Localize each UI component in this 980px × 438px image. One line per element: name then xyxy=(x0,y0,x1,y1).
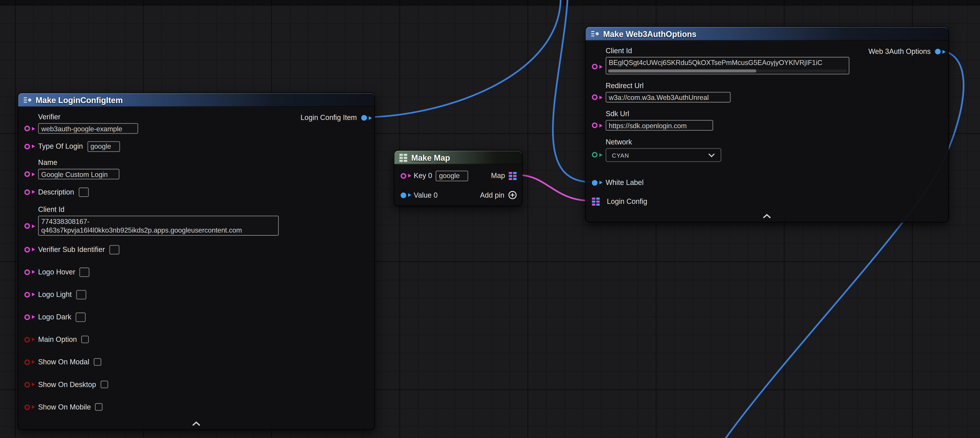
pin-row-main-option: Main Option xyxy=(24,333,367,346)
node-make-web3authoptions[interactable]: Make Web3AuthOptions Web 3Auth Options C… xyxy=(585,26,949,223)
pin-label: Name xyxy=(38,159,119,167)
show-on-desktop-checkbox[interactable] xyxy=(100,381,108,388)
client-id-input[interactable]: BEglQSgt4cUWcj6SKRdu5QkOXTsePmMcusG5EAoy… xyxy=(606,57,850,75)
pin-label: Client Id xyxy=(606,47,850,55)
logo-dark-input[interactable] xyxy=(76,312,86,322)
pin-label: Login Config xyxy=(607,197,647,205)
pin-label: Redirect Url xyxy=(606,82,731,90)
pin-row-white-label: White Label xyxy=(592,176,940,189)
graph-top-edge xyxy=(0,0,980,5)
collapse-chevron-icon[interactable] xyxy=(763,214,771,218)
chevron-down-icon xyxy=(708,153,715,157)
name-input[interactable] xyxy=(38,169,119,179)
pin-group-network: Network CYAN xyxy=(592,138,940,162)
pin-row-logo-hover: Logo Hover xyxy=(24,266,367,278)
pin-label: Network xyxy=(606,138,721,147)
blueprint-graph-canvas[interactable]: Make LoginConfigItem Login Config Item V… xyxy=(0,0,980,438)
string-pin[interactable] xyxy=(401,173,406,178)
pin-row-logo-dark: Logo Dark xyxy=(24,311,367,323)
add-pin-button[interactable]: Add pin xyxy=(480,191,517,199)
pin-row-verifier-sub-identifier: Verifier Sub Identifier xyxy=(24,243,367,256)
node-header[interactable]: Make LoginConfigItem xyxy=(18,93,374,107)
pin-label: Type Of Login xyxy=(38,142,83,150)
node-title: Make LoginConfigItem xyxy=(36,95,123,105)
node-header[interactable]: Make Map xyxy=(394,151,522,164)
string-pin[interactable] xyxy=(24,314,30,320)
pin-row-show-on-desktop: Show On Desktop xyxy=(24,378,367,390)
show-on-mobile-checkbox[interactable] xyxy=(95,403,103,411)
map-container-icon xyxy=(399,154,408,162)
pin-label: White Label xyxy=(606,178,644,187)
type-of-login-input[interactable] xyxy=(87,141,120,151)
pin-group-sdk-url: Sdk Url xyxy=(592,110,940,131)
client-id-scrollbar-track[interactable] xyxy=(608,69,847,73)
pin-row-login-config: Login Config xyxy=(592,195,940,207)
node-make-map[interactable]: Make Map Key 0 Map xyxy=(394,150,522,206)
pin-row-show-on-mobile: Show On Mobile xyxy=(24,401,367,413)
verifier-input[interactable] xyxy=(38,123,138,134)
client-id-text: BEglQSgt4cUWcj6SKRdu5QkOXTsePmMcusG5EAoy… xyxy=(609,59,846,66)
pin-group-client-id: Client Id BEglQSgt4cUWcj6SKRdu5QkOXTsePm… xyxy=(592,47,940,75)
pin-row-logo-light: Logo Light xyxy=(24,288,367,301)
pin-label: Value 0 xyxy=(414,191,438,199)
main-option-checkbox[interactable] xyxy=(81,336,89,343)
map-row-key0: Key 0 Map xyxy=(401,169,517,182)
string-pin[interactable] xyxy=(592,123,598,128)
wire-login-config-item-output[interactable] xyxy=(367,0,561,117)
node-title: Make Map xyxy=(411,153,450,162)
string-pin[interactable] xyxy=(24,291,30,297)
struct-pin[interactable] xyxy=(401,192,406,198)
sdk-url-input[interactable] xyxy=(606,120,713,131)
map-output-pin[interactable] xyxy=(509,172,517,180)
description-input[interactable] xyxy=(78,187,89,196)
string-pin[interactable] xyxy=(24,247,30,252)
logo-hover-input[interactable] xyxy=(80,267,90,277)
pin-row-description: Description xyxy=(24,186,367,198)
string-pin[interactable] xyxy=(24,269,30,275)
boolean-pin[interactable] xyxy=(24,359,30,365)
pin-label: Logo Dark xyxy=(38,313,71,321)
struct-pin[interactable] xyxy=(592,180,598,185)
boolean-pin[interactable] xyxy=(24,336,30,342)
pin-label: Sdk Url xyxy=(606,110,713,118)
string-pin[interactable] xyxy=(24,189,30,195)
enum-pin[interactable] xyxy=(592,152,598,158)
add-pin-icon xyxy=(508,191,517,199)
string-pin[interactable] xyxy=(592,64,598,69)
pin-group-verifier: Verifier xyxy=(24,113,367,134)
string-pin[interactable] xyxy=(24,126,30,131)
network-selected-value: CYAN xyxy=(612,151,629,158)
pin-group-client-id: Client Id 774338308167-q463s7kpvja16l4l0… xyxy=(24,205,367,236)
map-row-value0: Value 0 Add pin xyxy=(401,189,517,201)
network-dropdown[interactable]: CYAN xyxy=(606,148,721,162)
verifier-sub-identifier-input[interactable] xyxy=(109,245,119,254)
string-pin[interactable] xyxy=(24,171,30,177)
client-id-scrollbar-thumb[interactable] xyxy=(608,69,756,73)
map-output-row: Map xyxy=(491,172,517,180)
node-make-loginconfigitem[interactable]: Make LoginConfigItem Login Config Item V… xyxy=(18,92,375,430)
pin-label: Show On Modal xyxy=(38,358,89,366)
pin-label: Show On Desktop xyxy=(38,381,96,389)
string-pin[interactable] xyxy=(24,143,30,149)
login-config-map-pin[interactable] xyxy=(592,197,600,205)
wire-map-to-login-config[interactable] xyxy=(518,175,590,201)
boolean-pin[interactable] xyxy=(24,404,30,410)
node-header[interactable]: Make Web3AuthOptions xyxy=(586,27,948,41)
pin-label: Verifier Sub Identifier xyxy=(38,245,105,253)
logo-light-input[interactable] xyxy=(76,290,86,299)
pin-row-show-on-modal: Show On Modal xyxy=(24,356,367,368)
client-id-input[interactable]: 774338308167-q463s7kpvja16l4l0kko3nb925i… xyxy=(38,216,278,236)
string-pin[interactable] xyxy=(24,223,30,229)
show-on-modal-checkbox[interactable] xyxy=(94,358,101,366)
key0-left: Key 0 xyxy=(401,170,468,181)
add-pin-label: Add pin xyxy=(480,191,504,199)
string-pin[interactable] xyxy=(592,94,598,100)
collapse-chevron-icon[interactable] xyxy=(192,421,200,426)
pin-label: Client Id xyxy=(38,205,278,214)
make-struct-icon xyxy=(590,30,599,38)
output-pin-label: Map xyxy=(491,172,505,180)
key0-input[interactable] xyxy=(436,170,468,181)
pin-label: Logo Hover xyxy=(38,268,75,276)
redirect-url-input[interactable] xyxy=(606,92,731,103)
boolean-pin[interactable] xyxy=(24,382,30,387)
